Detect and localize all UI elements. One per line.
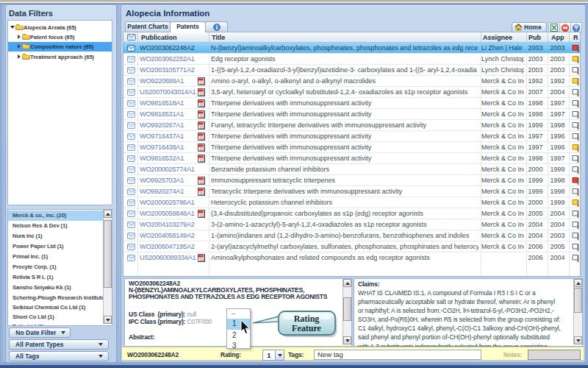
svg-text:Rating: Rating — [294, 314, 320, 324]
svg-text:Feature: Feature — [292, 323, 321, 333]
